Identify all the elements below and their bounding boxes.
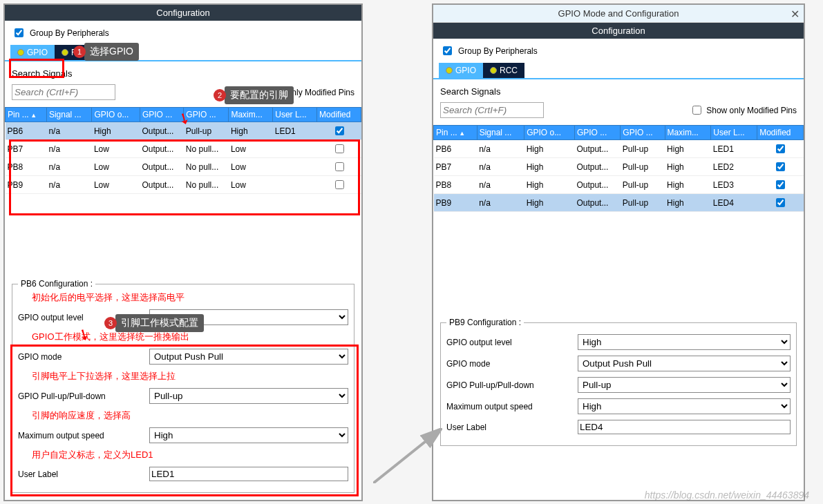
search-label: Search Signals: [440, 86, 797, 97]
group-by-label: Group By Peripherals: [458, 46, 538, 56]
config-label: GPIO output level: [446, 338, 571, 347]
cell-modified: [757, 158, 804, 176]
cell-speed: Low: [229, 158, 273, 176]
cell-signal: n/a: [46, 158, 91, 176]
config-label: GPIO Pull-up/Pull-down: [18, 391, 142, 401]
col-header[interactable]: Signal ...: [46, 108, 91, 122]
cell-signal: n/a: [477, 140, 524, 158]
user-label-input[interactable]: [149, 467, 348, 481]
tabs: GPIO RCC: [433, 63, 804, 79]
col-header[interactable]: Maxim...: [229, 108, 273, 122]
group-by-checkbox[interactable]: [443, 46, 452, 55]
cell-pin: PB8: [6, 158, 47, 176]
modified-checkbox[interactable]: [335, 180, 344, 189]
col-header[interactable]: Modified: [317, 108, 361, 122]
config-select[interactable]: Pull-up: [578, 377, 791, 393]
badge-1: 1: [73, 46, 86, 58]
col-header[interactable]: GPIO ...: [140, 108, 183, 122]
top-title-text: GPIO Mode and Configuration: [558, 8, 679, 19]
col-header[interactable]: GPIO ...: [184, 108, 229, 122]
table-row[interactable]: PB8n/aHighOutput...Pull-upHighLED3: [434, 176, 804, 194]
col-header[interactable]: User L...: [711, 126, 757, 140]
cell-speed: High: [665, 158, 711, 176]
cell-pin: PB8: [434, 176, 477, 194]
cell-signal: n/a: [477, 158, 524, 176]
modified-checkbox[interactable]: [335, 126, 344, 135]
badge-2: 2: [214, 89, 226, 101]
config-select[interactable]: High: [149, 427, 348, 443]
search-input[interactable]: [440, 102, 544, 118]
table-row[interactable]: PB7n/aLowOutput...No pull...Low: [6, 140, 361, 158]
cell-mode: Output...: [574, 140, 620, 158]
group-by-row: Group By Peripherals: [433, 39, 804, 63]
col-header[interactable]: Modified: [757, 126, 804, 140]
config-row: GPIO Pull-up/Pull-downPull-up: [446, 377, 791, 393]
table-row[interactable]: PB7n/aHighOutput...Pull-upHighLED2: [434, 158, 804, 176]
config-title: Configuration: [5, 5, 361, 21]
cell-pin: PB9: [6, 176, 47, 194]
modified-checkbox[interactable]: [335, 144, 344, 153]
modified-checkbox[interactable]: [776, 180, 785, 189]
check-icon: [446, 67, 453, 74]
show-only-checkbox[interactable]: [692, 106, 701, 115]
top-title: GPIO Mode and Configuration ✕: [433, 5, 804, 23]
modified-checkbox[interactable]: [335, 162, 344, 171]
check-icon: [62, 49, 68, 56]
col-header[interactable]: Maxim...: [665, 126, 711, 140]
search-input[interactable]: [12, 84, 115, 100]
search-section: Search Signals Show only Modified Pins: [433, 79, 804, 125]
tab-gpio[interactable]: GPIO: [10, 45, 55, 60]
modified-checkbox[interactable]: [776, 144, 785, 153]
modified-checkbox[interactable]: [776, 198, 785, 207]
annotation-note: GPIO工作模式，这里选择统一推挽输出: [32, 331, 348, 343]
tab-gpio-label: GPIO: [27, 48, 48, 57]
config-select[interactable]: Pull-up: [149, 388, 348, 404]
table-row[interactable]: PB8n/aLowOutput...No pull...Low: [6, 158, 361, 176]
config-label: GPIO mode: [18, 352, 142, 362]
col-header[interactable]: Signal ...: [477, 126, 524, 140]
cell-mode: Output...: [140, 176, 183, 194]
table-row[interactable]: PB6n/aHighOutput...Pull-upHighLED1: [6, 122, 361, 140]
config-select[interactable]: High: [578, 334, 791, 350]
config-select[interactable]: Output Push Pull: [578, 356, 791, 371]
cell-signal: n/a: [477, 176, 524, 194]
config-title: Configuration: [433, 23, 804, 39]
tabs: GPIO RCC: [5, 45, 361, 61]
col-header[interactable]: GPIO o...: [524, 126, 575, 140]
cell-mode: Output...: [140, 122, 183, 140]
pin-table: Pin ... ▲Signal ...GPIO o...GPIO ...GPIO…: [5, 107, 361, 194]
cell-pin: PB6: [434, 140, 477, 158]
modified-checkbox[interactable]: [776, 162, 785, 171]
cell-label: LED1: [711, 140, 757, 158]
callout-1-text: 选择GPIO: [90, 46, 133, 58]
left-panel: Configuration Group By Peripherals GPIO …: [3, 3, 363, 501]
cell-modified: [317, 176, 361, 194]
cell-signal: n/a: [46, 176, 91, 194]
cell-pull: Pull-up: [621, 176, 665, 194]
config-select[interactable]: Output Push Pull: [149, 349, 348, 365]
cell-modified: [757, 176, 804, 194]
callout-1: 1 选择GPIO: [84, 43, 139, 61]
tab-rcc[interactable]: RCC: [483, 63, 524, 78]
close-icon[interactable]: ✕: [791, 8, 800, 21]
show-only-label: Show only Modified Pins: [706, 106, 797, 115]
col-header[interactable]: GPIO ...: [621, 126, 665, 140]
table-row[interactable]: PB9n/aLowOutput...No pull...Low: [6, 176, 361, 194]
callout-3: 3 引脚工作模式配置: [115, 314, 204, 332]
table-row[interactable]: PB6n/aHighOutput...Pull-upHighLED1: [434, 140, 804, 158]
cell-mode: Output...: [140, 140, 183, 158]
col-header[interactable]: GPIO ...: [574, 126, 620, 140]
cell-pin: PB7: [434, 158, 477, 176]
cell-out: Low: [92, 176, 140, 194]
col-header[interactable]: Pin ... ▲: [6, 108, 47, 122]
tab-gpio[interactable]: GPIO: [439, 63, 483, 78]
col-header[interactable]: User L...: [273, 108, 317, 122]
col-header[interactable]: GPIO o...: [92, 108, 140, 122]
user-label-input[interactable]: [578, 420, 791, 434]
col-header[interactable]: Pin ... ▲: [434, 126, 477, 140]
group-by-checkbox[interactable]: [15, 28, 23, 37]
table-row[interactable]: PB9n/aHighOutput...Pull-upHighLED4: [434, 194, 804, 212]
annotation-note: 初始化后的电平选择，这里选择高电平: [32, 291, 348, 304]
config-select[interactable]: High: [578, 398, 791, 414]
cell-mode: Output...: [574, 194, 620, 212]
